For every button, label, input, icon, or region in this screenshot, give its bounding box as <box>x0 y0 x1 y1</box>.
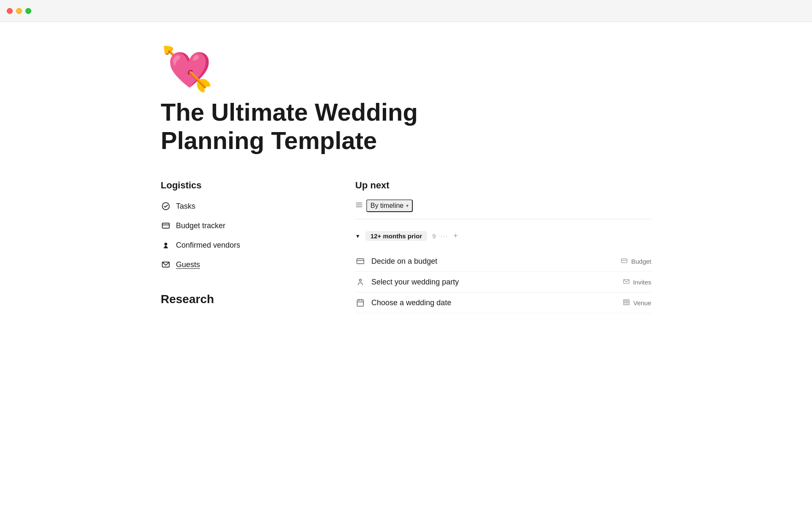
filter-label: By timeline <box>370 202 403 210</box>
table-row[interactable]: Choose a wedding date <box>355 293 651 313</box>
group-options-icon[interactable]: ··· <box>441 233 448 240</box>
nav-item-guests[interactable]: Guests <box>161 258 321 271</box>
budget-tracker-label: Budget tracker <box>176 221 225 230</box>
task-left-wedding-date: Choose a wedding date <box>355 298 451 308</box>
svg-point-12 <box>359 279 362 282</box>
task-person-icon <box>355 277 365 287</box>
svg-rect-1 <box>162 224 170 229</box>
group-header-12months: ▼ 12+ months prior 9 ··· + <box>355 228 651 244</box>
vendors-label: Confirmed vendors <box>176 241 240 250</box>
task-right-decide-budget: Budget <box>621 257 651 265</box>
two-column-layout: Logistics Tasks <box>161 180 651 313</box>
checkmark-icon <box>161 201 171 211</box>
task-tag-budget: Budget <box>621 257 651 265</box>
maximize-button[interactable] <box>25 8 31 14</box>
task-tag-venue: Venue <box>623 299 651 307</box>
task-right-wedding-party: Invites <box>623 278 651 286</box>
svg-rect-8 <box>357 259 364 264</box>
task-label-wedding-date: Choose a wedding date <box>371 298 451 307</box>
task-tag-invites: Invites <box>623 278 651 286</box>
chevron-down-icon: ▾ <box>406 203 409 209</box>
page-title: The Ultimate Wedding Planning Template <box>161 98 524 155</box>
logistics-title: Logistics <box>161 180 321 191</box>
pin-icon <box>161 240 171 250</box>
task-dollar-icon <box>355 256 365 266</box>
nav-item-tasks[interactable]: Tasks <box>161 199 321 213</box>
task-right-wedding-date: Venue <box>623 299 651 307</box>
titlebar <box>0 0 812 22</box>
task-calendar-icon <box>355 298 365 308</box>
main-content: 💘 The Ultimate Wedding Planning Template… <box>110 22 702 347</box>
tag-label-venue: Venue <box>633 299 651 306</box>
right-column: Up next By timeline ▾ ▼ 12+ mo <box>355 180 651 313</box>
page-icon: 💘 <box>161 47 651 90</box>
tag-building-icon <box>623 299 630 307</box>
tag-dollar-icon <box>621 257 628 265</box>
svg-point-3 <box>165 243 167 246</box>
left-column: Logistics Tasks <box>161 180 321 306</box>
dollar-icon <box>161 221 171 231</box>
task-label-decide-budget: Decide on a budget <box>371 257 437 266</box>
nav-item-budget-tracker[interactable]: Budget tracker <box>161 219 321 232</box>
group-collapse-toggle[interactable]: ▼ <box>355 233 360 239</box>
svg-rect-14 <box>357 300 364 306</box>
logistics-nav-list: Tasks Budget tracker <box>161 199 321 271</box>
task-left-decide-budget: Decide on a budget <box>355 256 437 266</box>
table-row[interactable]: Decide on a budget Budget <box>355 251 651 272</box>
tag-label-budget: Budget <box>631 258 651 265</box>
group-badge: 12+ months prior <box>365 231 427 241</box>
filter-list-icon <box>355 201 363 210</box>
timeline-filter-button[interactable]: By timeline ▾ <box>366 199 413 212</box>
minimize-button[interactable] <box>16 8 22 14</box>
research-title: Research <box>161 293 321 306</box>
nav-item-vendors[interactable]: Confirmed vendors <box>161 238 321 252</box>
filter-bar: By timeline ▾ <box>355 199 651 219</box>
table-row[interactable]: Select your wedding party Invites <box>355 272 651 293</box>
close-button[interactable] <box>7 8 13 14</box>
task-label-wedding-party: Select your wedding party <box>371 278 459 287</box>
task-left-wedding-party: Select your wedding party <box>355 277 459 287</box>
research-section: Research <box>161 293 321 306</box>
group-add-icon[interactable]: + <box>453 232 458 240</box>
group-count: 9 <box>432 232 436 240</box>
task-list: Decide on a budget Budget <box>355 251 651 313</box>
svg-rect-10 <box>622 259 627 262</box>
up-next-title: Up next <box>355 180 651 191</box>
tasks-label: Tasks <box>176 202 195 211</box>
guests-label: Guests <box>176 260 200 269</box>
tag-label-invites: Invites <box>633 279 651 286</box>
tag-envelope-icon <box>623 278 630 286</box>
logistics-section: Logistics Tasks <box>161 180 321 271</box>
envelope-icon <box>161 260 171 270</box>
